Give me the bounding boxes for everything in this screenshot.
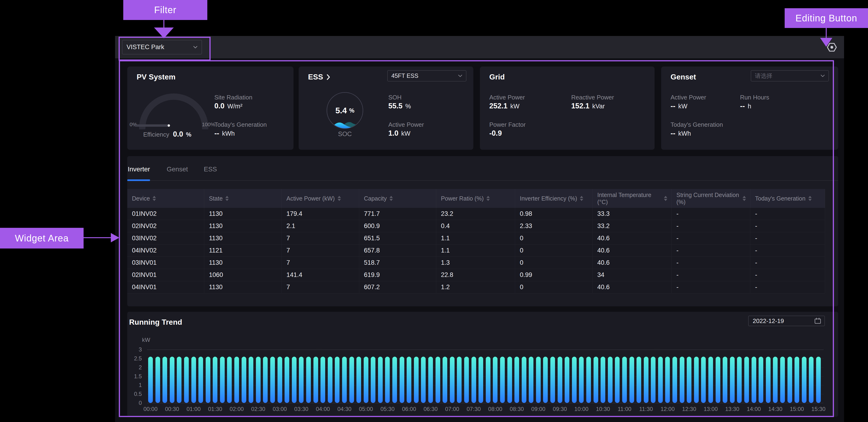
soc-liquid-gauge: 5.4% — [327, 92, 364, 129]
column-header-1[interactable]: Device — [127, 189, 204, 208]
grid-card-title: Grid — [489, 73, 505, 81]
sort-icon[interactable] — [664, 196, 667, 201]
table-cell: - — [672, 220, 750, 232]
trend-bar — [751, 357, 756, 403]
table-cell: - — [672, 269, 750, 281]
table-cell: - — [750, 220, 825, 232]
tab-ess[interactable]: ESS — [204, 166, 217, 173]
ess-card-title-link[interactable]: ESS — [308, 73, 330, 81]
x-tick-label: 00:30 — [161, 406, 183, 412]
trend-bar — [500, 357, 505, 403]
genset-unit-select[interactable]: 请选择 — [751, 70, 829, 81]
trend-bar — [701, 357, 706, 403]
x-tick-label: 04:30 — [334, 406, 355, 412]
sort-icon[interactable] — [390, 196, 393, 201]
table-row: 04INV0211217657.81.1040.6-- — [127, 245, 825, 257]
running-trend-title: Running Trend — [129, 318, 182, 327]
sort-icon[interactable] — [487, 196, 490, 201]
table-cell: 0.99 — [515, 269, 593, 281]
gauge-pointer-dot — [168, 124, 170, 127]
soc-value: 5.4% — [327, 92, 364, 129]
efficiency-row: Efficiency 0.0 % — [143, 130, 191, 138]
x-tick-label: 10:30 — [592, 406, 614, 412]
trend-date-picker[interactable]: 2022-12-19 — [748, 316, 825, 326]
device-table: DeviceStateActive Power (kW)CapacityPowe… — [127, 189, 825, 293]
trend-bar — [400, 357, 404, 403]
column-header-5[interactable]: Power Ratio (%) — [436, 189, 515, 208]
annotation-editing-arrowhead — [820, 38, 832, 47]
trend-bar — [637, 357, 641, 403]
gauge-max-label: 100% — [202, 121, 215, 128]
table-cell: 1.1 — [436, 232, 515, 245]
column-header-4[interactable]: Capacity — [359, 189, 436, 208]
trend-bar — [206, 357, 210, 403]
column-header-7[interactable]: Internal Temperature (°C) — [593, 189, 672, 208]
table-cell: - — [672, 245, 750, 257]
trend-bar — [306, 357, 311, 403]
sort-icon[interactable] — [743, 196, 746, 201]
trend-bar — [155, 357, 160, 403]
trend-bar — [356, 357, 361, 403]
table-cell: - — [750, 269, 825, 281]
tab-genset[interactable]: Genset — [167, 166, 188, 173]
sort-icon[interactable] — [580, 196, 583, 201]
y-tick-label: 0 — [129, 400, 142, 406]
annotation-editing-arrow-line — [826, 28, 827, 38]
column-header-8[interactable]: String Current Deviation (%) — [672, 189, 750, 208]
sort-icon[interactable] — [808, 196, 812, 201]
x-tick-label: 10:00 — [570, 406, 592, 412]
tab-inverter[interactable]: Inverter — [128, 166, 150, 173]
table-cell: 1130 — [204, 208, 282, 220]
table-cell: - — [750, 281, 825, 293]
trend-bar — [507, 357, 512, 403]
table-cell: 1130 — [204, 281, 282, 293]
sort-icon[interactable] — [225, 196, 229, 201]
x-tick-label: 11:00 — [614, 406, 635, 412]
trend-bar — [328, 357, 333, 403]
y-tick-label: 0.5 — [129, 391, 142, 397]
x-tick-label: 07:30 — [463, 406, 485, 412]
table-cell: 518.7 — [359, 257, 436, 269]
x-tick-label: 03:00 — [269, 406, 291, 412]
pv-todays-generation-label: Today's Generation — [214, 121, 267, 129]
table-cell: 04INV02 — [127, 245, 204, 257]
table-cell: 33.2 — [593, 220, 672, 232]
table-cell: - — [672, 208, 750, 220]
table-cell: 771.7 — [359, 208, 436, 220]
table-cell: 0 — [515, 257, 593, 269]
column-header-3[interactable]: Active Power (kW) — [282, 189, 359, 208]
trend-bar — [730, 357, 735, 403]
sort-icon[interactable] — [153, 196, 156, 201]
table-cell: 619.9 — [359, 269, 436, 281]
trend-bar — [673, 357, 677, 403]
table-cell: 01INV02 — [127, 208, 204, 220]
trend-bar — [428, 357, 433, 403]
table-cell: - — [750, 245, 825, 257]
run-hours-value: --h — [740, 102, 751, 110]
trend-bar — [629, 357, 634, 403]
trend-bar — [572, 357, 577, 403]
x-tick-label: 12:30 — [678, 406, 700, 412]
sort-icon[interactable] — [338, 196, 341, 201]
y-axis-unit-label: kW — [142, 337, 150, 343]
gauge-progress-bar — [134, 124, 169, 127]
table-cell: 40.6 — [593, 245, 672, 257]
genset-active-power-value: --kW — [671, 102, 687, 110]
efficiency-value: 0.0 — [173, 130, 183, 138]
column-header-2[interactable]: State — [204, 189, 282, 208]
grid-reactive-power-value: 152.1kVar — [571, 102, 605, 110]
table-cell: 2.1 — [282, 220, 359, 232]
table-row: 04INV0111307607.21.2040.6-- — [127, 281, 825, 293]
tabs-divider — [127, 180, 838, 181]
table-cell: 7 — [282, 257, 359, 269]
trend-bar — [292, 357, 297, 403]
ess-unit-select[interactable]: 45FT ESS — [388, 70, 466, 81]
trend-bar — [536, 357, 541, 403]
genset-card-title: Genset — [671, 73, 696, 81]
column-header-6[interactable]: Inverter Efficiency (%) — [515, 189, 593, 208]
site-filter-select[interactable]: VISTEC Park — [122, 40, 202, 54]
trend-bar — [694, 357, 699, 403]
trend-bar — [349, 357, 354, 403]
trend-bar — [320, 357, 325, 403]
column-header-9[interactable]: Today's Generation — [750, 189, 825, 208]
